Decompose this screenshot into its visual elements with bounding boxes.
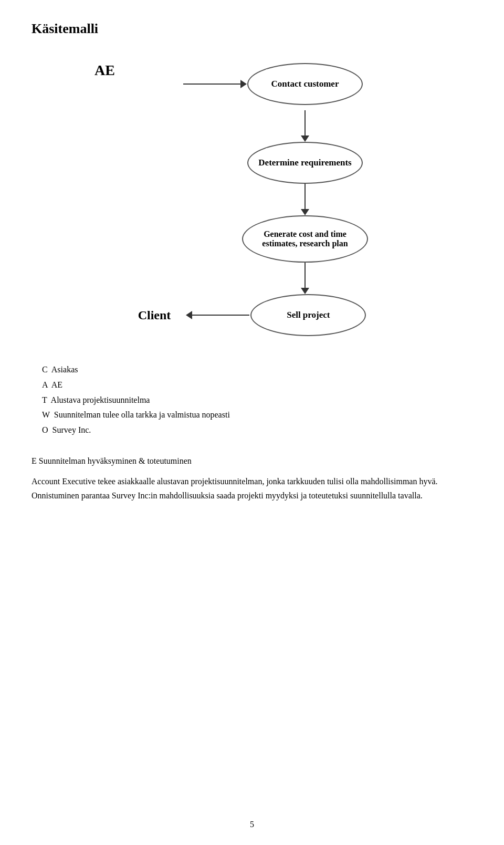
description-line1: E Suunnitelman hyväksyminen & toteutumin…: [32, 454, 472, 468]
contact-customer-ellipse: Contact customer: [247, 63, 363, 105]
legend-row-o: O Survey Inc.: [42, 423, 472, 438]
ae-label: AE: [94, 62, 115, 79]
page-number: 5: [0, 820, 504, 829]
generate-cost-ellipse: Generate cost and time estimates, resear…: [242, 215, 368, 263]
sell-client-row: Client Sell project: [32, 294, 472, 336]
description-section: E Suunnitelman hyväksyminen & toteutumin…: [32, 454, 472, 503]
legend-row-t: T Alustava projektisuunnitelma: [42, 393, 472, 408]
determine-requirements-ellipse: Determine requirements: [247, 142, 363, 184]
generate-cost-row: Generate cost and time estimates, resear…: [85, 215, 504, 263]
client-label: Client: [138, 308, 182, 322]
legend-row-w: W Suunnitelman tulee olla tarkka ja valm…: [42, 408, 472, 423]
page-title: Käsitemalli: [32, 21, 472, 37]
determine-requirements-row: Determine requirements: [85, 142, 504, 184]
legend-section: C Asiakas A AE T Alustava projektisuunni…: [32, 362, 472, 438]
arrow-ae-to-contact: [183, 84, 246, 85]
legend-row-c: C Asiakas: [42, 362, 472, 378]
arrow-determine-to-generate: [85, 184, 504, 215]
sell-project-ellipse: Sell project: [250, 294, 366, 336]
arrow-generate-to-sell: [85, 263, 504, 294]
diagram: AE Contact customer Determine requiremen…: [32, 53, 472, 336]
ae-contact-row: AE Contact customer: [32, 53, 472, 105]
arrow-sell-to-client: [186, 315, 249, 316]
description-body: Account Executive tekee asiakkaalle alus…: [32, 474, 472, 503]
arrow-contact-to-determine: [85, 110, 504, 142]
legend-row-a: A AE: [42, 378, 472, 393]
